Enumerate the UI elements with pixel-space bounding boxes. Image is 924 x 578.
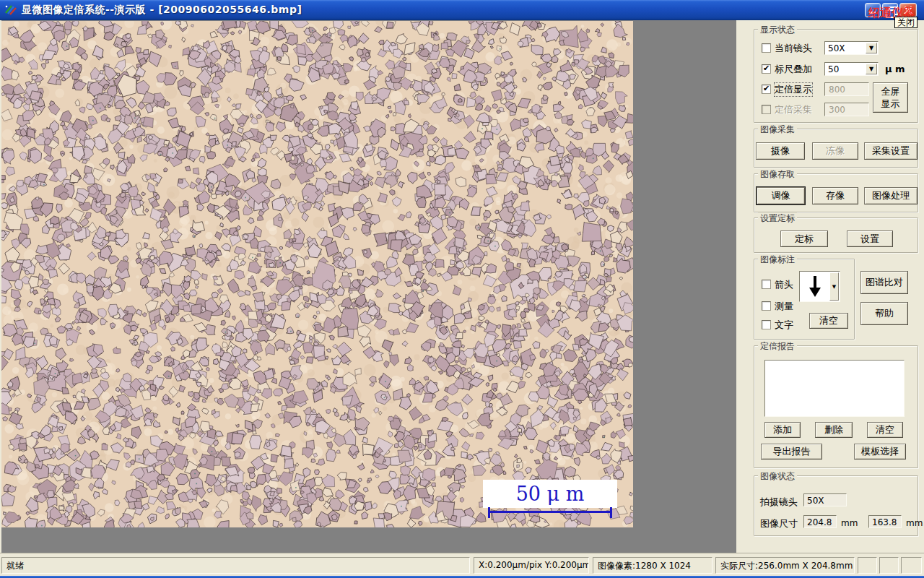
group-annotation-label: 图像标注	[758, 254, 797, 266]
chevron-down-icon[interactable]: ▼	[866, 64, 877, 74]
arrow-label[interactable]: 箭头	[775, 278, 793, 291]
control-panel: 显示状态 当前镜头 50X ▼ 标尺叠加 50 ▼ μ m 定倍显示 800 定…	[736, 20, 924, 553]
ruler-value-combo[interactable]: 50 ▼	[824, 62, 879, 76]
group-report: 定倍报告 添加 删除 清空 导出报告 模板选择	[754, 345, 918, 468]
statusbar-spare-panel	[879, 557, 899, 574]
help-button[interactable]: 帮助	[860, 302, 908, 325]
statusbar: 就绪 X:0.200μm/pix Y:0.200μm/pix 图像像素:1280…	[0, 553, 924, 576]
shooting-lens-value: 50X	[803, 493, 847, 506]
image-display-area[interactable]: 50 μ m	[1, 20, 736, 553]
fixed-display-label[interactable]: 定倍显示	[775, 83, 812, 96]
scalebar-line	[488, 507, 612, 518]
group-image-storage-label: 图像存取	[758, 168, 797, 181]
group-display-status-label: 显示状态	[758, 24, 797, 36]
group-annotation: 图像标注 箭头 测量 文字 ▼ 清空	[754, 259, 855, 340]
status-ready: 就绪	[1, 557, 470, 574]
close-tooltip: 关闭	[894, 17, 918, 28]
image-width-value: 204.8	[803, 515, 837, 528]
fixed-capture-field: 300	[824, 103, 869, 116]
width-unit-label: mm	[841, 518, 858, 528]
fixed-display-field: 800	[824, 82, 869, 96]
group-calibration-label: 设置定标	[758, 212, 797, 225]
freeze-button: 冻像	[812, 142, 858, 160]
current-lens-combo[interactable]: 50X ▼	[824, 41, 879, 55]
group-image-capture: 图像采集 摄像 冻像 采集设置	[754, 129, 918, 168]
chevron-down-icon[interactable]: ▼	[866, 43, 877, 53]
arrow-style-combo[interactable]: ▼	[799, 271, 840, 302]
report-delete-button[interactable]: 删除	[815, 422, 853, 438]
status-image-pixels: 图像像素:1280 X 1024	[593, 557, 712, 574]
measure-label[interactable]: 测量	[775, 300, 793, 313]
chevron-down-icon[interactable]: ▼	[829, 272, 839, 301]
image-size-label: 图像尺寸	[760, 517, 798, 530]
arrow-checkbox[interactable]	[762, 280, 771, 289]
ruler-overlay-label[interactable]: 标尺叠加	[775, 63, 812, 76]
text-label[interactable]: 文字	[775, 319, 793, 332]
calibration-settings-button[interactable]: 设置	[847, 230, 893, 247]
export-report-button[interactable]: 导出报告	[761, 444, 822, 460]
scalebar-label-box: 50 μ m	[483, 480, 617, 508]
ruler-overlay-checkbox[interactable]	[762, 64, 771, 74]
text-checkbox[interactable]	[762, 320, 771, 329]
group-image-capture-label: 图像采集	[758, 124, 797, 136]
group-display-status: 显示状态 当前镜头 50X ▼ 标尺叠加 50 ▼ μ m 定倍显示 800 定…	[754, 29, 918, 123]
status-resolution: X:0.200μm/pix Y:0.200μm/pix	[474, 557, 589, 574]
report-listbox[interactable]	[764, 360, 905, 417]
camera-button[interactable]: 摄像	[756, 142, 805, 160]
group-report-label: 定倍报告	[758, 340, 797, 353]
save-image-button[interactable]: 存像	[812, 187, 858, 204]
annotation-clear-button[interactable]: 清空	[809, 313, 848, 329]
height-unit-label: mm	[906, 518, 923, 528]
measure-checkbox[interactable]	[762, 301, 771, 311]
report-add-button[interactable]: 添加	[764, 422, 801, 438]
app-icon	[4, 4, 17, 16]
window-title: 显微图像定倍系统--演示版 - [20090602055646.bmp]	[22, 4, 302, 17]
template-select-button[interactable]: 模板选择	[854, 444, 906, 460]
status-actual-size: 实际尺寸:256.0mm X 204.8mm	[715, 557, 855, 574]
calibrate-button[interactable]: 定标	[780, 230, 828, 247]
atlas-compare-button[interactable]: 图谱比对	[860, 271, 908, 294]
load-image-button[interactable]: 调像	[757, 187, 805, 204]
fullscreen-button[interactable]: 全屏 显示	[873, 82, 908, 113]
fixed-display-checkbox[interactable]	[762, 85, 771, 94]
ruler-unit-label: μ m	[885, 64, 905, 74]
fixed-capture-label: 定倍采集	[775, 103, 812, 116]
capture-settings-button[interactable]: 采集设置	[864, 142, 918, 160]
image-height-value: 163.8	[868, 515, 902, 528]
group-image-status-label: 图像状态	[758, 470, 797, 483]
scalebar-text: 50 μ m	[516, 483, 585, 505]
shooting-lens-label: 拍摄镜头	[760, 496, 798, 509]
current-lens-checkbox[interactable]	[762, 43, 771, 53]
titlebar[interactable]: 显微图像定倍系统--演示版 - [20090602055646.bmp]	[0, 0, 924, 20]
group-image-storage: 图像存取 调像 存像 图像处理	[754, 173, 918, 212]
statusbar-spare-panel	[901, 557, 922, 574]
image-process-button[interactable]: 图像处理	[864, 187, 918, 204]
fixed-capture-checkbox	[762, 105, 771, 114]
current-lens-label[interactable]: 当前镜头	[775, 42, 812, 55]
micrograph-image[interactable]	[1, 21, 633, 527]
group-image-status: 图像状态 拍摄镜头 50X 图像尺寸 204.8 mm 163.8 mm	[754, 475, 918, 536]
statusbar-spare-panel	[858, 557, 877, 574]
report-clear-button[interactable]: 清空	[867, 422, 903, 438]
down-arrow-icon	[807, 275, 823, 301]
group-calibration: 设置定标 定标 设置	[754, 217, 918, 253]
